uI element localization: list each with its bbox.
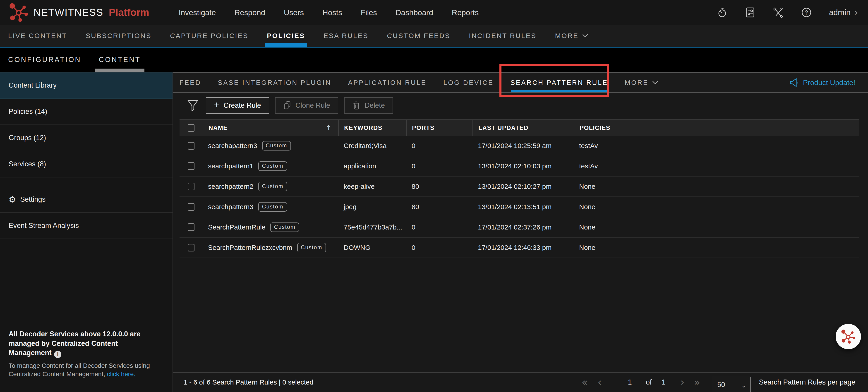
table-row-searchpattern1[interactable]: searchpattern1Custom application 0 13/01… <box>180 156 859 176</box>
table-row-searchpattern2[interactable]: searchpattern2Custom keep-alive 80 13/01… <box>180 176 859 197</box>
row-checkbox[interactable] <box>188 223 194 231</box>
custom-badge: Custom <box>258 182 287 191</box>
rule-policies: None <box>574 244 859 252</box>
sidebar-item-event-stream-analysis[interactable]: Event Stream Analysis <box>0 213 173 239</box>
admin-menu[interactable]: admin › <box>829 8 858 17</box>
rule-name: SearchPatternRulezxcvbnm <box>208 244 292 252</box>
column-header-name[interactable]: NAME ↑ <box>203 120 338 136</box>
top-nav-item-investigate[interactable]: Investigate <box>179 8 216 17</box>
sidebar-item-settings[interactable]: ⚙ Settings <box>0 187 173 213</box>
row-checkbox[interactable] <box>188 203 194 211</box>
top-nav-item-hosts[interactable]: Hosts <box>322 8 342 17</box>
content-tab-search-pattern-rule[interactable]: SEARCH PATTERN RULE <box>510 73 608 92</box>
sidebar-item-groups-12[interactable]: Groups (12) <box>0 125 173 151</box>
row-checkbox[interactable] <box>188 142 194 150</box>
chevron-down-icon <box>652 80 659 85</box>
sidebar-item-content-library[interactable]: Content Library <box>0 72 173 99</box>
rule-ports: 0 <box>406 244 472 252</box>
page-size-select[interactable]: 50 ⌄ <box>712 377 751 392</box>
custom-badge: Custom <box>297 243 326 252</box>
rule-policies: testAv <box>574 162 859 170</box>
next-page-button[interactable]: › <box>681 377 685 387</box>
sidebar-item-services-8[interactable]: Services (8) <box>0 151 173 177</box>
nav-item-incident-rules[interactable]: INCIDENT RULES <box>469 25 536 46</box>
help-icon[interactable]: ? <box>801 7 812 18</box>
nav-item-custom-feeds[interactable]: CUSTOM FEEDS <box>387 25 450 46</box>
tab-configuration[interactable]: CONFIGURATION <box>8 47 81 72</box>
info-icon[interactable]: i <box>54 351 61 358</box>
pagination: « ‹ 1 of 1 › » 50 ⌄ Search Pattern Rules… <box>582 372 868 392</box>
content-tab-more[interactable]: MORE <box>625 73 659 92</box>
table-row-searchpatternrule[interactable]: SearchPatternRuleCustom 75e45d477b3a7b..… <box>180 217 859 238</box>
nav-item-policies[interactable]: POLICIES <box>267 25 305 46</box>
nav-item-subscriptions[interactable]: SUBSCRIPTIONS <box>86 25 151 46</box>
netwitness-logo[interactable]: NETWITNESSPlatform <box>9 2 149 23</box>
table-row-searchpatternrulezxcvbnm[interactable]: SearchPatternRulezxcvbnmCustom DOWNG 0 1… <box>180 238 859 258</box>
netwitness-fab-button[interactable] <box>836 324 861 349</box>
per-page-label: Search Pattern Rules per page <box>759 378 855 386</box>
tab-content[interactable]: CONTENT <box>99 47 141 72</box>
nav-item-live-content[interactable]: LIVE CONTENT <box>8 25 67 46</box>
rule-ports: 80 <box>406 203 472 211</box>
content-tab-application-rule[interactable]: APPLICATION RULE <box>348 73 427 92</box>
rule-ports: 0 <box>406 142 472 150</box>
rule-name: searchpattern3 <box>208 203 253 211</box>
chevron-right-icon: › <box>854 8 858 17</box>
rule-keywords: 75e45d477b3a7b... <box>338 223 406 231</box>
product-update-link[interactable]: Product Update! <box>789 78 855 88</box>
main-content: FEED SASE INTEGRATION PLUGIN APPLICATION… <box>173 72 868 392</box>
filter-funnel-icon[interactable] <box>187 100 198 111</box>
rule-last-updated: 17/01/2024 10:25:59 am <box>472 142 574 150</box>
total-pages: 1 <box>662 378 665 386</box>
stopwatch-icon[interactable] <box>717 7 727 18</box>
netwitness-molecule-icon <box>9 2 29 23</box>
delete-button[interactable]: Delete <box>344 97 393 113</box>
previous-page-button[interactable]: ‹ <box>598 377 602 387</box>
current-page[interactable]: 1 <box>628 378 632 386</box>
rule-ports: 80 <box>406 183 472 190</box>
content-tab-feed[interactable]: FEED <box>180 73 201 92</box>
tools-icon[interactable] <box>773 7 784 18</box>
last-page-button[interactable]: » <box>694 377 700 387</box>
custom-badge: Custom <box>258 202 287 211</box>
create-rule-button[interactable]: + Create Rule <box>206 97 269 113</box>
column-header-ports[interactable]: PORTS <box>406 120 472 136</box>
content-tab-sase-integration-plugin[interactable]: SASE INTEGRATION PLUGIN <box>218 73 331 92</box>
content-tab-log-device[interactable]: LOG DEVICE <box>443 73 494 92</box>
row-checkbox[interactable] <box>188 162 194 170</box>
search-pattern-rules-table: NAME ↑ KEYWORDS PORTS LAST UPDATED POLIC… <box>180 120 859 258</box>
policies-subnav: CONFIGURATION CONTENT <box>0 47 868 72</box>
top-nav-item-respond[interactable]: Respond <box>234 8 265 17</box>
column-header-last-updated[interactable]: LAST UPDATED <box>472 120 574 136</box>
content-tabbar: FEED SASE INTEGRATION PLUGIN APPLICATION… <box>173 72 868 93</box>
top-nav-item-files[interactable]: Files <box>361 8 377 17</box>
top-nav-item-reports[interactable]: Reports <box>452 8 478 17</box>
custom-badge: Custom <box>270 223 299 232</box>
top-nav-item-users[interactable]: Users <box>284 8 304 17</box>
rule-policies: testAv <box>574 142 859 150</box>
table-row-searchpattern3[interactable]: searchpattern3Custom jpeg 80 13/01/2024 … <box>180 197 859 217</box>
nav-item-capture-policies[interactable]: CAPTURE POLICIES <box>170 25 248 46</box>
clone-rule-button[interactable]: Clone Rule <box>275 97 338 113</box>
column-header-keywords[interactable]: KEYWORDS <box>338 120 406 136</box>
sidebar-spacer <box>0 177 173 187</box>
brand-suffix: Platform <box>109 7 149 18</box>
decoder-notice: All Decoder Services above 12.0.0.0 are … <box>9 329 153 379</box>
row-checkbox[interactable] <box>188 244 194 252</box>
rule-last-updated: 13/01/2024 02:13:51 pm <box>472 203 574 211</box>
first-page-button[interactable]: « <box>582 377 588 387</box>
of-label: of <box>646 378 652 386</box>
rule-keywords: jpeg <box>338 203 406 211</box>
table-row-searchapattern3[interactable]: searchapattern3Custom Creditard;Visa 0 1… <box>180 136 859 156</box>
click-here-link[interactable]: click here. <box>107 370 135 378</box>
live-services-icon[interactable] <box>745 7 756 18</box>
nav-item-esa-rules[interactable]: ESA RULES <box>323 25 368 46</box>
row-checkbox[interactable] <box>188 183 194 190</box>
netwitness-molecule-icon <box>841 329 856 344</box>
column-header-policies[interactable]: POLICIES <box>574 120 859 136</box>
nav-item-more[interactable]: MORE <box>555 25 589 46</box>
select-all-checkbox[interactable] <box>188 124 194 132</box>
sidebar-item-policies-14[interactable]: Policies (14) <box>0 99 173 125</box>
top-nav-item-dashboard[interactable]: Dashboard <box>396 8 433 17</box>
table-footer: 1 - 6 of 6 Search Pattern Rules | 0 sele… <box>173 372 868 392</box>
